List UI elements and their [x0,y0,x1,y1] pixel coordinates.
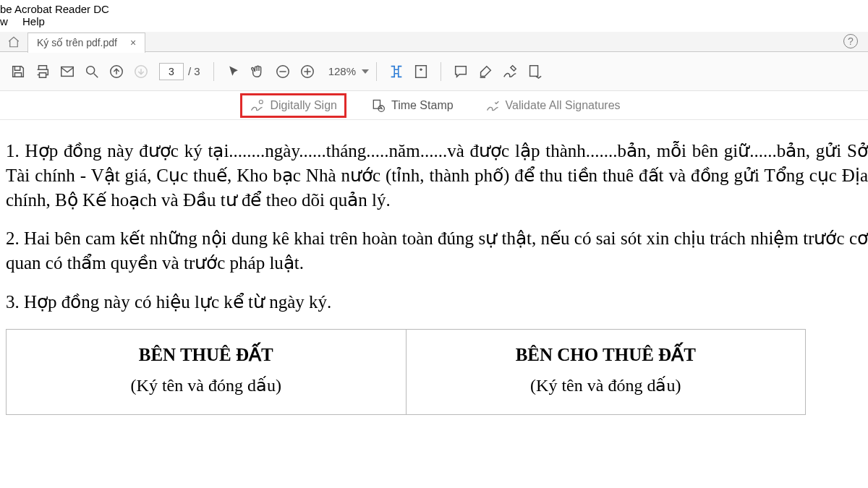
window-title: be Acrobat Reader DC [0,0,868,15]
toolbar-separator [376,62,377,81]
signature-right-title: BÊN CHO THUÊ ĐẤT [414,344,799,365]
svg-rect-10 [394,69,399,74]
highlight-button[interactable] [473,59,498,84]
main-toolbar: / 3 128% [0,52,868,91]
tab-strip: Ký số trên pdf.pdf × ? [0,32,868,52]
signature-left-sub: (Ký tên và đóng dấu) [14,375,399,395]
digitally-sign-button[interactable]: Digitally Sign [240,93,346,118]
signature-cell-left: BÊN THUÊ ĐẤT (Ký tên và đóng dấu) [7,329,407,414]
zoom-dropdown-icon[interactable] [362,69,369,74]
save-button[interactable] [6,59,30,84]
time-stamp-label: Time Stamp [391,99,454,112]
body-heading [6,124,868,130]
fit-page-icon [413,64,429,80]
comment-button[interactable] [448,59,473,84]
digitally-sign-label: Digitally Sign [270,99,336,112]
arrow-up-circle-icon [109,64,124,80]
paragraph-3: 3. Hợp đồng này có hiệu lực kể từ ngày k… [6,290,868,314]
pen-sign-icon [250,98,264,113]
home-icon [7,35,20,48]
page-up-button[interactable] [104,59,129,84]
document-view: 1. Hợp đồng này được ký tại........ngày.… [0,124,868,415]
toolbar-separator [441,62,441,81]
search-icon [84,64,100,80]
help-button[interactable]: ? [843,34,858,48]
arrow-down-circle-icon [133,64,149,80]
signature-table: BÊN THUÊ ĐẤT (Ký tên và đóng dấu) BÊN CH… [6,329,806,415]
validate-signatures-button[interactable]: Validate All Signatures [478,95,628,116]
tab-close-icon[interactable]: × [130,37,136,48]
fit-width-button[interactable] [384,59,409,84]
plus-circle-icon [299,64,315,80]
menu-bar: w Help [0,15,868,32]
toolbar-separator [213,62,214,81]
svg-point-1 [87,66,95,74]
document-tab[interactable]: Ký số trên pdf.pdf × [27,33,145,53]
more-tools-button[interactable] [522,59,547,84]
highlight-icon [477,64,493,80]
tab-label: Ký số trên pdf.pdf [37,37,117,48]
signature-cell-right: BÊN CHO THUÊ ĐẤT (Ký tên và đóng dấu) [406,329,806,414]
svg-rect-11 [416,65,427,77]
select-tool-button[interactable] [221,59,246,84]
page-number-input[interactable] [159,63,184,80]
zoom-in-button[interactable] [295,59,320,84]
tab-home-button[interactable] [4,33,23,51]
menu-item-help[interactable]: Help [22,15,45,27]
signature-toolbar: Digitally Sign Time Stamp Validate All S… [0,91,868,120]
svg-point-14 [260,100,263,103]
svg-rect-13 [530,65,538,76]
fit-width-icon [388,64,404,80]
page-down-button[interactable] [129,59,153,84]
signature-left-title: BÊN THUÊ ĐẤT [14,344,399,365]
cursor-icon [226,64,241,79]
menu-item-truncated[interactable]: w [0,15,8,27]
validate-icon [485,98,500,113]
email-button[interactable] [55,59,80,84]
save-icon [10,64,26,80]
signature-right-sub: (Ký tên và đóng dấu) [414,375,799,395]
envelope-icon [59,64,75,80]
paragraph-2: 2. Hai bên cam kết những nội dung kê kha… [6,226,868,275]
comment-icon [453,64,469,80]
minus-circle-icon [275,64,291,80]
hand-icon [250,64,266,80]
print-icon [35,64,51,80]
question-icon: ? [848,35,854,47]
print-button[interactable] [30,59,55,84]
zoom-value[interactable]: 128% [327,65,357,77]
svg-line-2 [94,73,98,77]
page-total-label: / 3 [188,65,200,77]
validate-signatures-label: Validate All Signatures [506,99,621,112]
time-stamp-button[interactable]: Time Stamp [364,95,461,116]
fit-page-button[interactable] [409,59,433,84]
search-button[interactable] [80,59,104,84]
sign-button[interactable] [498,59,522,84]
zoom-out-button[interactable] [271,59,295,84]
hand-tool-button[interactable] [246,59,271,84]
app-window: be Acrobat Reader DC w Help Ký số trên p… [0,0,868,488]
timestamp-icon [371,98,386,113]
pen-icon [502,64,518,80]
document-arrow-icon [527,64,542,80]
page-indicator: / 3 [159,63,200,80]
paragraph-1: 1. Hợp đồng này được ký tại........ngày.… [6,139,868,212]
